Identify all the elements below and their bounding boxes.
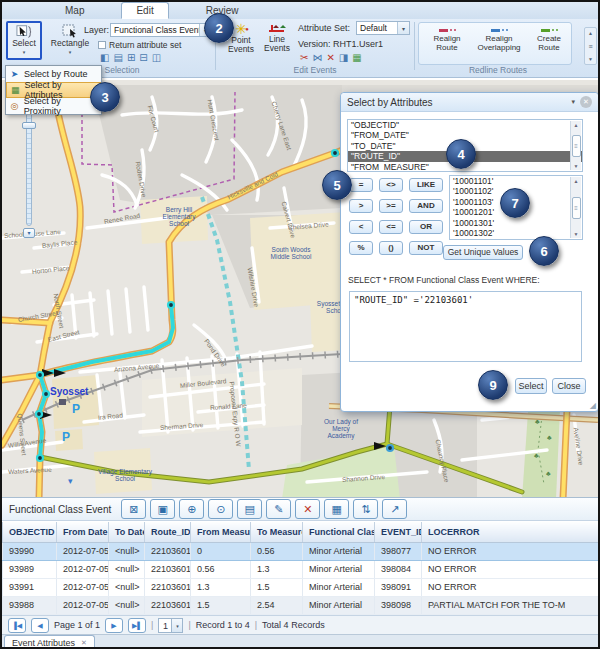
realign-route-button[interactable]: Realign Route xyxy=(424,26,470,62)
cell[interactable]: 398098 xyxy=(375,596,422,614)
cell[interactable]: 93988 xyxy=(3,596,57,614)
cell[interactable]: 22103601 xyxy=(145,560,191,578)
cell[interactable]: 0 xyxy=(191,542,251,560)
overflow-thumb-icon[interactable]: ≡ xyxy=(588,43,592,50)
cell[interactable]: Minor Arterial xyxy=(303,542,375,560)
values-list-scrollbar[interactable]: ▲ ≡ ▼ xyxy=(570,177,581,238)
scroll-down-icon[interactable]: ▼ xyxy=(574,163,579,169)
col-header[interactable]: OBJECTID xyxy=(3,522,57,542)
checkbox-box-icon[interactable] xyxy=(98,41,106,49)
zoom-to-event-button[interactable]: ⊕ xyxy=(179,499,204,519)
delete-event-button[interactable]: ✕ xyxy=(295,499,320,519)
col-header[interactable]: From Date xyxy=(57,522,109,542)
col-header[interactable]: From Measure xyxy=(191,522,251,542)
table-row[interactable]: 939892012-07-05<null>221036010.561.3Mino… xyxy=(3,560,599,578)
zoom-out-button[interactable]: ▾ xyxy=(23,228,35,238)
map-zoom-slider[interactable]: ▾ xyxy=(22,108,36,238)
cell[interactable]: PARTIAL MATCH FOR THE TO-M xyxy=(422,596,599,614)
operator-parens-button[interactable]: () xyxy=(379,241,403,255)
col-header[interactable]: Route_ID xyxy=(145,522,191,542)
value-item[interactable]: '10001302' xyxy=(450,228,582,238)
cell[interactable]: 1.5 xyxy=(191,596,251,614)
scrollbar-thumb[interactable]: ≡ xyxy=(572,197,581,219)
col-header[interactable]: LOCERROR xyxy=(422,522,599,542)
split-event-icon[interactable]: ✂ xyxy=(300,52,308,63)
cell[interactable]: 2012-07-05 xyxy=(57,596,109,614)
pan-to-event-button[interactable]: ⊙ xyxy=(208,499,233,519)
page-number-dropdown[interactable]: 1 ▾ xyxy=(158,618,183,633)
cell[interactable]: 398077 xyxy=(375,542,422,560)
rectangle-dropdown-caret-icon[interactable]: ▾ xyxy=(69,48,72,57)
menu-item-select-by-proximity[interactable]: ◎ Select by Proximity xyxy=(6,98,101,114)
cell[interactable]: 93991 xyxy=(3,578,57,596)
first-page-button[interactable]: ▐◀ xyxy=(8,618,26,633)
last-page-button[interactable]: ▶▌ xyxy=(128,618,146,633)
line-events-button[interactable]: Line Events xyxy=(260,22,294,64)
cell[interactable]: 0.56 xyxy=(251,542,303,560)
merge-events-icon[interactable]: ⋈ xyxy=(312,52,322,63)
cell[interactable]: NO ERROR xyxy=(422,578,599,596)
cell[interactable]: 2012-07-05 xyxy=(57,560,109,578)
operator-less-button[interactable]: < xyxy=(349,220,373,234)
dialog-dropdown-caret-icon[interactable]: ▾ xyxy=(566,98,580,106)
ribbon-overflow-control[interactable]: ▲ ≡ ▼ xyxy=(584,27,597,65)
scroll-up-icon[interactable]: ▲ xyxy=(574,122,579,128)
operator-percent-button[interactable]: % xyxy=(349,241,373,255)
cell[interactable]: 93990 xyxy=(3,542,57,560)
col-header[interactable]: To Date xyxy=(109,522,145,542)
sort-records-button[interactable]: ⇅ xyxy=(353,499,378,519)
cell[interactable]: NO ERROR xyxy=(422,542,599,560)
collapse-arrow-icon[interactable]: ▾ xyxy=(68,476,73,486)
cell[interactable]: <null> xyxy=(109,578,145,596)
zoom-slider-handle[interactable] xyxy=(22,122,36,129)
tab-edit[interactable]: Edit xyxy=(121,2,168,19)
operator-like-button[interactable]: LIKE xyxy=(409,178,443,192)
scroll-down-icon[interactable]: ▼ xyxy=(574,231,579,237)
value-item[interactable]: '10001301' xyxy=(450,218,582,228)
cell[interactable]: 1.3 xyxy=(191,578,251,596)
dialog-select-button[interactable]: Select xyxy=(515,378,547,394)
field-item[interactable]: "OBJECTID" xyxy=(348,120,582,130)
export-records-button[interactable]: ↗ xyxy=(382,499,407,519)
operator-greater-button[interactable]: > xyxy=(349,199,373,213)
col-header[interactable]: To Measure xyxy=(251,522,303,542)
cell[interactable]: Minor Arterial xyxy=(303,560,375,578)
attribute-set-caret-icon[interactable]: ▾ xyxy=(397,22,409,34)
select-dropdown-caret-icon[interactable]: ▾ xyxy=(23,48,26,57)
cell[interactable]: 22103601 xyxy=(145,578,191,596)
cell[interactable]: Minor Arterial xyxy=(303,596,375,614)
field-list-scrollbar[interactable]: ▲ ≡ ▼ xyxy=(570,121,581,170)
col-header[interactable]: Functional Class xyxy=(303,522,375,542)
select-button[interactable]: Select ▾ xyxy=(6,21,42,60)
cell[interactable]: 22103601 xyxy=(145,596,191,614)
value-item[interactable]: '10001101' xyxy=(450,176,582,186)
table-row[interactable]: 939882012-07-05<null>221036011.52.54Mino… xyxy=(3,596,599,614)
col-header[interactable]: EVENT_ID xyxy=(375,522,422,542)
tab-close-icon[interactable]: ✕ xyxy=(81,639,87,647)
layer-dropdown[interactable]: Functional Class Event ▾ xyxy=(110,23,212,37)
event-grid-icon[interactable]: ◨ xyxy=(339,52,348,63)
zoom-to-selected-icon[interactable]: ⊞ xyxy=(127,52,135,63)
cell[interactable]: <null> xyxy=(109,542,145,560)
open-table-button[interactable]: ▦ xyxy=(324,499,349,519)
table-row-selected[interactable]: 939902012-07-05<null>2210360100.56Minor … xyxy=(3,542,599,560)
operator-equals-button[interactable]: = xyxy=(349,178,373,192)
realign-overlapping-button[interactable]: Realign Overlapping xyxy=(472,26,526,62)
get-unique-values-button[interactable]: Get Unique Values xyxy=(443,245,523,260)
cell[interactable]: <null> xyxy=(109,596,145,614)
operator-lessequal-button[interactable]: <= xyxy=(379,220,403,234)
edit-attribute-set-button[interactable]: ✎ xyxy=(266,499,291,519)
page-number-caret-icon[interactable]: ▾ xyxy=(172,618,183,633)
cell[interactable]: Minor Arterial xyxy=(303,578,375,596)
cell[interactable]: <null> xyxy=(109,560,145,578)
attribute-set-dropdown[interactable]: Default ▾ xyxy=(356,21,410,35)
resize-grip-icon[interactable]: ◢ xyxy=(590,401,596,410)
scroll-up-icon[interactable]: ▲ xyxy=(588,30,593,36)
save-edits-button[interactable]: ▤ xyxy=(237,499,262,519)
next-page-button[interactable]: ▶ xyxy=(105,618,123,633)
pan-to-selected-icon[interactable]: ⊟ xyxy=(139,52,147,63)
cell[interactable]: 93989 xyxy=(3,560,57,578)
operator-not-button[interactable]: NOT xyxy=(409,241,443,255)
selection-list-icon[interactable]: ▤ xyxy=(113,52,122,63)
clear-selection-button[interactable]: ⊠ xyxy=(121,499,146,519)
